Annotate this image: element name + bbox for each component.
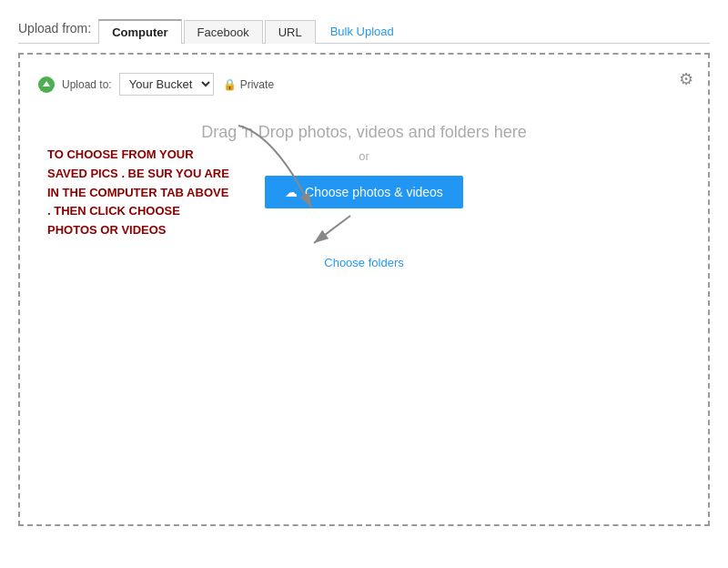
upload-header: Upload from: Computer Facebook URL Bulk …: [18, 18, 710, 44]
upload-circle-icon: [38, 76, 55, 93]
upload-toolbar: Upload to: Your Bucket 🔒 Private: [38, 73, 690, 96]
lock-icon: 🔒: [223, 78, 237, 91]
arrow-annotation-2: [296, 211, 359, 248]
privacy-label: 🔒 Private: [223, 78, 274, 91]
tab-bar: Computer Facebook URL Bulk Upload: [98, 18, 403, 43]
instruction-text: TO CHOOSE FROM YOUR SAVED PICS . BE SUR …: [47, 146, 229, 240]
drag-drop-text: Drag 'n Drop photos, videos and folders …: [38, 123, 690, 142]
tab-computer[interactable]: Computer: [98, 19, 181, 44]
gear-icon[interactable]: ⚙: [679, 69, 693, 89]
upload-to-label: Upload to:: [38, 76, 112, 93]
tab-bulk-upload[interactable]: Bulk Upload: [321, 20, 403, 43]
bucket-select[interactable]: Your Bucket: [119, 73, 214, 96]
upload-from-label: Upload from:: [18, 21, 91, 41]
cloud-upload-icon: ☁: [285, 185, 298, 199]
svg-marker-0: [43, 81, 50, 86]
tab-url[interactable]: URL: [265, 20, 316, 44]
choose-photos-button[interactable]: ☁ Choose photos & videos: [265, 176, 463, 208]
upload-area: ⚙ Upload to: Your Bucket 🔒 Private TO CH…: [18, 53, 710, 526]
choose-folders-link[interactable]: Choose folders: [38, 256, 690, 269]
tab-facebook[interactable]: Facebook: [184, 20, 263, 44]
